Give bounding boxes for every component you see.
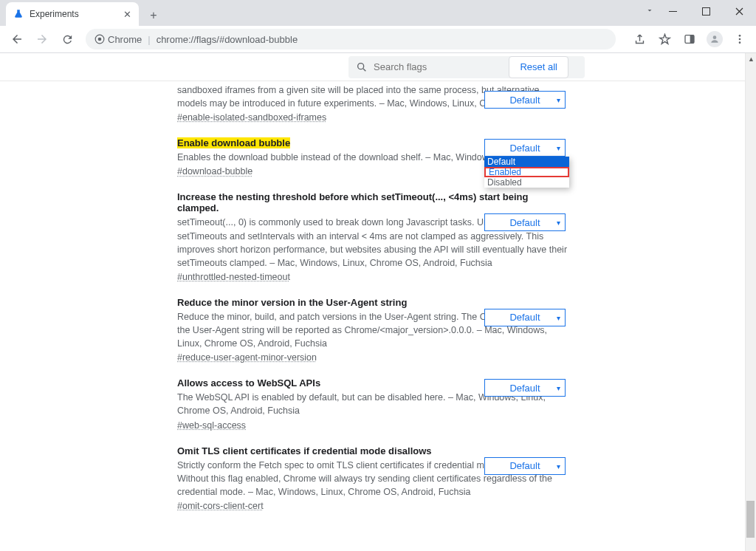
flag-anchor-link[interactable]: #web-sql-access [177,420,246,431]
flags-list: sandboxed iframes from a given site will… [0,81,745,551]
bookmark-icon[interactable] [654,29,675,49]
select-value: Default [509,143,540,154]
select-value: Default [509,312,540,323]
scroll-up-arrow[interactable]: ▲ [746,53,756,64]
svg-rect-5 [690,35,694,44]
chevron-down-icon: ▾ [557,462,560,470]
site-chip: Chrome [94,34,142,45]
menu-icon[interactable] [729,29,750,49]
svg-point-9 [739,41,741,44]
address-bar[interactable]: Chrome | chrome://flags/#download-bubble [86,29,616,49]
flag-title: Reduce the minor version in the User-Age… [177,297,407,308]
svg-rect-1 [703,7,710,15]
reload-button[interactable] [56,28,78,50]
flag-anchor-link[interactable]: #download-bubble [177,166,252,177]
chevron-down-icon: ▾ [557,219,560,227]
dropdown-option-default[interactable]: Default [484,157,569,167]
svg-point-6 [713,35,717,39]
flag-anchor-link[interactable]: #unthrottled-nested-timeout [177,272,290,282]
flag-item: Enable download bubbleEnables the downlo… [177,126,568,179]
flag-item: Increase the nesting threshold before wh… [177,179,568,285]
new-tab-button[interactable]: + [143,5,164,26]
flag-title: Increase the nesting threshold before wh… [177,191,528,213]
flag-title: Allows access to WebSQL APIs [177,377,320,389]
chevron-down-icon: ▾ [557,314,560,322]
flag-title: Omit TLS client certificates if credenti… [177,445,432,456]
reset-all-button[interactable]: Reset all [509,56,568,78]
chevron-down-icon: ▾ [557,96,560,104]
search-icon [356,61,368,73]
forward-button[interactable] [31,28,53,50]
close-window-button[interactable] [723,0,756,22]
flag-item: Allows access to WebSQL APIsThe WebSQL A… [177,366,568,433]
select-value: Default [509,217,540,228]
flask-icon [13,9,24,19]
select-value: Default [509,383,540,394]
flag-select[interactable]: Default▾ [484,91,566,109]
maximize-button[interactable] [690,0,723,22]
chevron-down-icon: ▾ [557,144,560,152]
flags-header: Reset all [0,53,756,81]
share-icon[interactable] [629,29,650,49]
svg-rect-0 [669,11,677,12]
url-prefix: Chrome [108,34,142,45]
sidepanel-icon[interactable] [679,29,700,49]
flag-select[interactable]: Default▾ [484,379,566,397]
close-tab-icon[interactable]: ✕ [123,9,131,20]
svg-point-8 [739,38,741,41]
flag-item: Reduce the minor version in the User-Age… [177,285,568,366]
browser-tab[interactable]: Experiments ✕ [6,2,139,26]
tab-title: Experiments [30,9,123,19]
flag-title: Enable download bubble [177,137,290,148]
svg-point-7 [739,35,741,37]
flag-item: Omit TLS client certificates if credenti… [177,434,568,514]
flag-select[interactable]: Default▾ [484,457,566,475]
flag-select[interactable]: Default▾ [484,139,566,157]
window-controls [656,0,756,22]
window-titlebar: Experiments ✕ + [0,0,756,26]
select-value: Default [509,95,540,106]
separator: | [148,34,150,45]
minimize-button[interactable] [656,0,690,22]
browser-toolbar: Chrome | chrome://flags/#download-bubble [0,26,756,53]
flag-select[interactable]: Default▾ [484,213,566,231]
scrollbar[interactable]: ▲ [745,53,756,551]
flag-anchor-link[interactable]: #reduce-user-agent-minor-version [177,352,317,363]
select-value: Default [509,460,540,471]
select-dropdown: Default Enabled Disabled [484,157,569,188]
dropdown-option-enabled[interactable]: Enabled [484,167,569,177]
chevron-down-icon[interactable] [645,6,654,15]
svg-point-10 [358,63,364,69]
flag-anchor-link[interactable]: #enable-isolated-sandboxed-iframes [177,112,326,123]
flag-item: sandboxed iframes from a given site will… [177,83,568,126]
profile-avatar[interactable] [704,29,725,49]
url-text: chrome://flags/#download-bubble [157,34,298,45]
chevron-down-icon: ▾ [557,384,560,392]
back-button[interactable] [6,28,28,50]
page-viewport: Reset all sandboxed iframes from a given… [0,53,756,551]
chrome-logo-icon [94,34,105,44]
scrollbar-thumb[interactable] [746,501,755,538]
toolbar-actions [629,29,750,49]
svg-point-3 [98,38,102,41]
dropdown-option-disabled[interactable]: Disabled [484,177,569,188]
flag-anchor-link[interactable]: #omit-cors-client-cert [177,501,264,511]
flag-select[interactable]: Default▾ [484,309,566,326]
